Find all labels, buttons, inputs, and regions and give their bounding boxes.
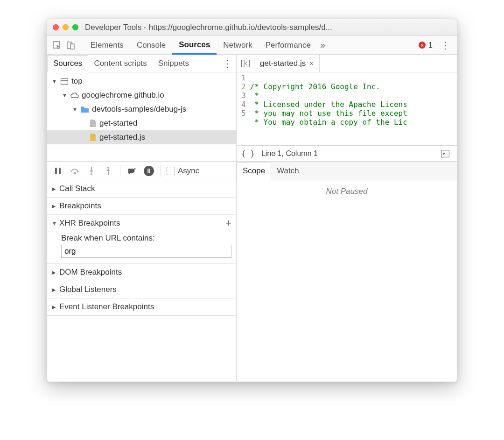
file-tree: ▼ top ▼ googlechrome.github.io ▼ — [47, 72, 236, 146]
chevron-right-icon: ▶ — [52, 287, 57, 293]
error-count: 1 — [428, 41, 433, 50]
section-xhr-breakpoints: ▼ XHR Breakpoints + Break when URL conta… — [47, 215, 236, 264]
maximize-window-button[interactable] — [72, 24, 78, 30]
chevron-right-icon: ▶ — [52, 203, 57, 209]
inspect-element-icon[interactable] — [50, 38, 64, 52]
navigator-subtabs: Sources Content scripts Snippets ⋮ — [47, 55, 236, 72]
close-window-button[interactable] — [53, 24, 59, 30]
section-dom-breakpoints-header[interactable]: ▶ DOM Breakpoints — [47, 264, 236, 281]
tree-domain[interactable]: ▼ googlechrome.github.io — [47, 88, 236, 102]
section-xhr-breakpoints-header[interactable]: ▼ XHR Breakpoints + — [47, 215, 236, 232]
folder-icon — [81, 105, 89, 114]
traffic-lights — [53, 24, 78, 30]
debugger-panel: II Async ▶ Call Stack ▶ Breakpoints — [47, 162, 237, 382]
code-lines: /* Copyright 2016 Google Inc. * * Licens… — [248, 72, 409, 145]
line-gutter: 1 2 3 4 5 — [237, 72, 248, 145]
subtab-content-scripts[interactable]: Content scripts — [88, 55, 152, 72]
error-icon: × — [419, 42, 426, 49]
xhr-url-input[interactable] — [61, 245, 231, 258]
chevron-down-icon: ▼ — [72, 106, 78, 112]
main-tabs: Elements Console Sources Network Perform… — [47, 36, 457, 55]
tab-network[interactable]: Network — [217, 36, 259, 54]
titlebar: Developer Tools - https://googlechrome.g… — [47, 19, 457, 36]
step-out-icon[interactable] — [101, 164, 115, 178]
section-global-listeners-header[interactable]: ▶ Global Listeners — [47, 281, 236, 298]
divider — [120, 165, 120, 177]
minimize-window-button[interactable] — [63, 24, 69, 30]
not-paused-label: Not Paused — [326, 187, 368, 196]
tree-file-html[interactable]: get-started — [47, 116, 236, 130]
tree-top-label: top — [71, 77, 83, 86]
section-event-listener-breakpoints: ▶ Event Listener Breakpoints — [47, 298, 236, 316]
svg-point-14 — [107, 167, 109, 169]
cloud-icon — [70, 91, 79, 99]
tab-elements[interactable]: Elements — [84, 36, 130, 54]
subtab-snippets[interactable]: Snippets — [153, 55, 195, 72]
checkbox-icon — [167, 167, 175, 175]
code-editor[interactable]: 1 2 3 4 5 /* Copyright 2016 Google Inc. … — [237, 72, 457, 145]
scope-watch-tabs: Scope Watch — [237, 162, 457, 180]
window-title: Developer Tools - https://googlechrome.g… — [82, 23, 451, 32]
section-dom-breakpoints: ▶ DOM Breakpoints — [47, 264, 236, 281]
svg-rect-2 — [70, 44, 74, 49]
show-console-icon[interactable] — [438, 147, 452, 161]
tree-file-js[interactable]: get-started.js — [47, 130, 236, 144]
debugger-toolbar: II Async — [47, 162, 236, 180]
tab-watch[interactable]: Watch — [271, 162, 305, 180]
section-breakpoints-header[interactable]: ▶ Breakpoints — [47, 198, 236, 214]
chevron-right-icon: ▶ — [52, 186, 57, 192]
close-icon[interactable]: × — [309, 59, 314, 67]
chevron-down-icon: ▼ — [62, 92, 68, 98]
tree-top[interactable]: ▼ top — [47, 74, 236, 88]
chevron-down-icon: ▼ — [52, 220, 57, 226]
async-checkbox[interactable]: Async — [167, 166, 199, 176]
devtools-window: Developer Tools - https://googlechrome.g… — [47, 19, 457, 382]
tab-performance[interactable]: Performance — [259, 36, 317, 54]
pretty-print-icon[interactable]: { } — [241, 149, 255, 158]
settings-kebab-icon[interactable]: ⋮ — [437, 40, 454, 51]
editor-tabs: get-started.js × — [237, 55, 457, 72]
scope-body: Not Paused — [237, 180, 457, 382]
document-icon — [88, 133, 97, 142]
pause-script-icon[interactable] — [51, 164, 65, 178]
section-call-stack: ▶ Call Stack — [47, 180, 236, 198]
tab-console[interactable]: Console — [130, 36, 172, 54]
chevron-right-icon: ▶ — [52, 270, 57, 276]
xhr-breakpoint-body: Break when URL contains: — [47, 232, 236, 263]
pause-on-exceptions-icon[interactable]: II — [142, 164, 156, 178]
toggle-navigator-icon[interactable] — [237, 57, 254, 71]
divider — [161, 165, 161, 177]
tree-file-js-label: get-started.js — [99, 133, 145, 142]
step-into-icon[interactable] — [84, 164, 98, 178]
editor-panel: get-started.js × 1 2 3 4 5 /* Copyright … — [237, 55, 457, 162]
svg-point-12 — [91, 173, 92, 175]
scope-watch-panel: Scope Watch Not Paused — [237, 162, 457, 382]
subtab-sources[interactable]: Sources — [47, 55, 88, 72]
deactivate-breakpoints-icon[interactable] — [125, 164, 139, 178]
svg-rect-9 — [59, 168, 61, 174]
step-over-icon[interactable] — [68, 164, 82, 178]
frame-icon — [60, 77, 69, 85]
error-count-badge[interactable]: × 1 — [414, 41, 437, 50]
more-tabs-button[interactable]: » — [317, 40, 328, 50]
document-icon — [88, 119, 97, 128]
svg-rect-3 — [61, 78, 68, 84]
editor-statusbar: { } Line 1, Column 1 — [237, 145, 457, 161]
chevron-right-icon: ▶ — [52, 304, 57, 310]
section-global-listeners: ▶ Global Listeners — [47, 281, 236, 298]
section-event-listener-breakpoints-header[interactable]: ▶ Event Listener Breakpoints — [47, 298, 236, 315]
tree-folder-label: devtools-samples/debug-js — [92, 105, 186, 114]
async-label: Async — [178, 166, 199, 176]
svg-point-10 — [74, 172, 76, 174]
section-call-stack-header[interactable]: ▶ Call Stack — [47, 180, 236, 197]
tree-file-html-label: get-started — [99, 119, 137, 128]
navigator-kebab-icon[interactable]: ⋮ — [219, 58, 236, 69]
tab-scope[interactable]: Scope — [237, 162, 271, 180]
tree-folder[interactable]: ▼ devtools-samples/debug-js — [47, 102, 236, 116]
toggle-device-icon[interactable] — [64, 38, 78, 52]
file-tab[interactable]: get-started.js × — [254, 55, 320, 72]
tab-sources[interactable]: Sources — [172, 36, 217, 55]
cursor-position: Line 1, Column 1 — [261, 149, 318, 158]
add-xhr-breakpoint-icon[interactable]: + — [225, 217, 231, 229]
svg-rect-8 — [55, 168, 57, 174]
